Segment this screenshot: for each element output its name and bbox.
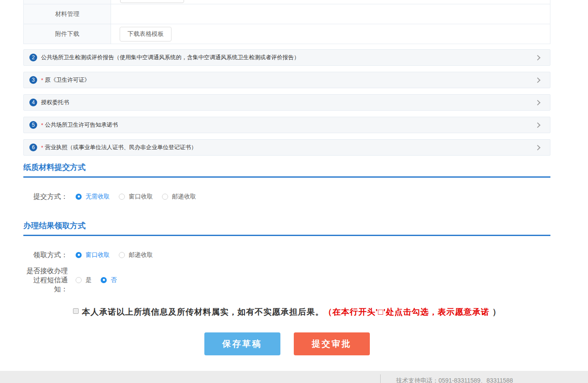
radio-mail-collect[interactable]: 邮递收取 [162, 193, 196, 201]
section-number-badge: 2 [29, 54, 37, 61]
pickup-method-radio-group: 窗口收取 邮递收取 [76, 251, 162, 259]
heading-paper-material: 纸质材料提交方式 [23, 162, 550, 178]
commitment-checkbox[interactable] [73, 308, 79, 314]
radio-label: 是 [86, 276, 92, 284]
radio-label: 无需收取 [86, 193, 110, 201]
radio-sms-no[interactable]: 否 [101, 276, 117, 284]
submit-method-label: 提交方式： [23, 192, 68, 201]
sms-notify-label: 是否接收办理过程短信通知： [23, 266, 68, 294]
material-section-5[interactable]: 5 * 公共场所卫生许可告知承诺书 [23, 117, 550, 133]
required-asterisk: * [41, 144, 43, 151]
action-buttons: 保存草稿 提交审批 [23, 332, 550, 355]
save-draft-button[interactable]: 保存草稿 [204, 332, 280, 355]
section-title: 原《卫生许可证》 [45, 76, 90, 84]
row-content [111, 4, 550, 24]
radio-no-collect[interactable]: 无需收取 [76, 193, 110, 201]
heading-result-pickup: 办理结果领取方式 [23, 220, 550, 236]
label-column-bg [24, 0, 111, 4]
commitment-text-suffix: ） [489, 307, 501, 316]
material-section-6[interactable]: 6 * 营业执照（或事业单位法人证书、民办非企业单位登记证书） [23, 139, 550, 156]
radio-icon [76, 194, 82, 200]
chevron-right-icon [535, 100, 540, 105]
pickup-method-row: 领取方式： 窗口收取 邮递收取 [23, 250, 550, 259]
row-label: 附件下载 [24, 24, 111, 44]
radio-label: 窗口收取 [86, 251, 110, 259]
radio-label: 邮递收取 [172, 193, 196, 201]
support-phone-text: 技术支持电话：0591-83311589、83311588 [396, 377, 513, 383]
footer-divider [380, 374, 381, 383]
section-title: 公共场所卫生许可告知承诺书 [45, 121, 118, 129]
section-title: 公共场所卫生检测或评价报告（使用集中空调通风系统的，含集中空调通风系统卫生检测或… [41, 54, 299, 61]
radio-window-pickup[interactable]: 窗口收取 [76, 251, 110, 259]
truncated-input[interactable] [120, 0, 184, 3]
radio-icon [76, 252, 82, 258]
sms-notify-radio-group: 是 否 [76, 276, 126, 284]
chevron-right-icon [535, 122, 540, 128]
radio-icon [76, 277, 82, 283]
section-number-badge: 6 [29, 144, 37, 151]
radio-label: 窗口收取 [129, 193, 153, 201]
form-main: 材料管理 附件下载 下载表格模板 2 公共场所卫生检测或评价报告（使用集中空调通… [23, 0, 550, 355]
table-row-attachment-download: 附件下载 下载表格模板 [24, 24, 550, 44]
download-template-button[interactable]: 下载表格模板 [120, 27, 172, 41]
radio-sms-yes[interactable]: 是 [76, 276, 92, 284]
radio-icon [101, 277, 107, 283]
table-row-truncated [24, 0, 550, 4]
chevron-right-icon [535, 77, 540, 83]
page-footer: 技术支持电话：0591-83311589、83311588 [0, 371, 588, 383]
attachments-table: 材料管理 附件下载 下载表格模板 [23, 0, 550, 44]
section-number-badge: 5 [29, 121, 37, 129]
radio-icon [119, 252, 125, 258]
radio-label: 否 [111, 276, 117, 284]
material-section-4[interactable]: 4 授权委托书 [23, 94, 550, 111]
submit-method-row: 提交方式： 无需收取 窗口收取 邮递收取 [23, 192, 550, 201]
section-title: 营业执照（或事业单位法人证书、民办非企业单位登记证书） [45, 144, 197, 151]
section-number-badge: 4 [29, 99, 37, 106]
material-section-list: 2 公共场所卫生检测或评价报告（使用集中空调通风系统的，含集中空调通风系统卫生检… [23, 49, 550, 156]
row-content: 下载表格模板 [111, 24, 550, 44]
radio-mail-pickup[interactable]: 邮递收取 [119, 251, 153, 259]
radio-label: 邮递收取 [129, 251, 153, 259]
row-label: 材料管理 [24, 4, 111, 24]
material-section-2[interactable]: 2 公共场所卫生检测或评价报告（使用集中空调通风系统的，含集中空调通风系统卫生检… [23, 49, 550, 66]
chevron-right-icon [535, 55, 540, 61]
submit-method-radio-group: 无需收取 窗口收取 邮递收取 [76, 193, 205, 201]
material-section-3[interactable]: 3 * 原《卫生许可证》 [23, 72, 550, 88]
submit-approval-button[interactable]: 提交审批 [294, 332, 370, 355]
radio-icon [119, 194, 125, 200]
commitment-text: 本人承诺以上所填信息及所传材料属实，如有不实愿承担后果。 [82, 307, 324, 316]
table-row-material-manage: 材料管理 [24, 4, 550, 24]
radio-window-collect[interactable]: 窗口收取 [119, 193, 153, 201]
required-asterisk: * [41, 122, 43, 128]
required-asterisk: * [41, 77, 43, 83]
section-title: 授权委托书 [41, 99, 69, 106]
pickup-method-label: 领取方式： [23, 250, 68, 259]
commitment-hint-red: （在本行开头'□'处点击勾选，表示愿意承诺 [324, 307, 490, 316]
chevron-right-icon [535, 145, 540, 150]
section-number-badge: 3 [29, 76, 37, 84]
radio-icon [162, 194, 168, 200]
commitment-row: 本人承诺以上所填信息及所传材料属实，如有不实愿承担后果。（在本行开头'□'处点击… [23, 307, 550, 317]
sms-notify-row: 是否接收办理过程短信通知： 是 否 [23, 266, 550, 294]
